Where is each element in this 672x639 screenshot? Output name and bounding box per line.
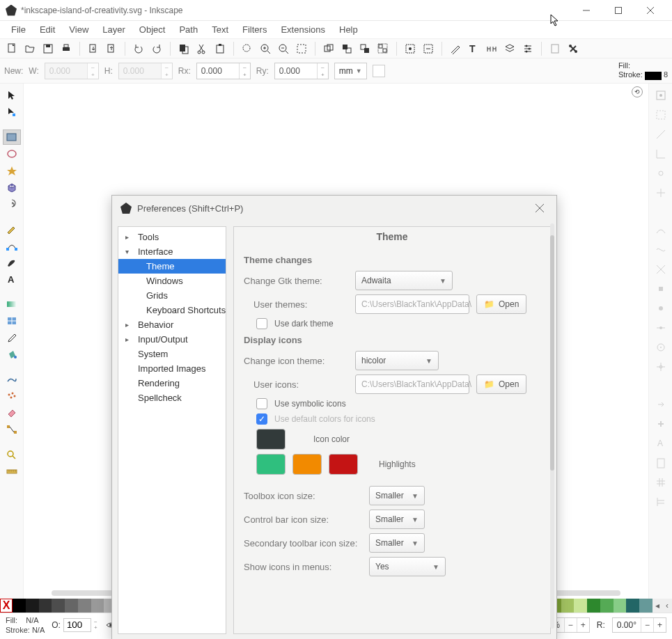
menu-layer[interactable]: Layer xyxy=(95,22,132,38)
highlight2-swatch[interactable] xyxy=(292,454,322,475)
height-field[interactable]: –+ xyxy=(118,63,173,79)
snap-linemid-icon[interactable] xyxy=(653,320,669,336)
calligraphy-tool-icon[interactable] xyxy=(3,255,21,270)
tree-system[interactable]: System xyxy=(118,347,226,361)
text-tool-icon[interactable]: A xyxy=(3,271,21,287)
tree-grids[interactable]: Grids xyxy=(118,288,226,303)
snap-grid-icon[interactable] xyxy=(653,475,669,490)
menu-object[interactable]: Object xyxy=(132,22,173,38)
snap-pageborder-icon[interactable] xyxy=(653,455,669,471)
duplicate-icon[interactable] xyxy=(321,41,336,56)
tree-rendering[interactable]: Rendering xyxy=(118,376,226,390)
gtk-theme-select[interactable]: Adwaita▼ xyxy=(355,271,453,290)
zoom-in-icon[interactable] xyxy=(258,41,273,56)
bucket-tool-icon[interactable] xyxy=(3,347,21,362)
undo-icon[interactable] xyxy=(131,41,146,56)
menu-help[interactable]: Help xyxy=(332,22,365,38)
star-tool-icon[interactable] xyxy=(3,163,21,178)
palette-swatch[interactable] xyxy=(65,599,78,613)
dialog-close-button[interactable] xyxy=(531,200,548,216)
use-dark-checkbox[interactable] xyxy=(256,318,267,329)
highlight1-swatch[interactable] xyxy=(256,454,286,475)
prefs-tree[interactable]: ▸Tools ▾Interface Theme Windows Grids Ke… xyxy=(118,226,226,634)
tree-behavior[interactable]: ▸Behavior xyxy=(118,317,226,332)
palette-swatch[interactable] xyxy=(639,599,653,613)
rotation-field[interactable]: 0.00°−+ xyxy=(612,617,666,633)
text-dialog-icon[interactable]: T xyxy=(466,41,481,56)
mesh-tool-icon[interactable] xyxy=(3,313,21,329)
open-icons-button[interactable]: 📁Open xyxy=(476,374,526,394)
panel-scrollbar[interactable] xyxy=(549,223,556,629)
unlink-icon[interactable] xyxy=(357,41,373,56)
print-icon[interactable] xyxy=(58,41,74,56)
palette-swatch[interactable] xyxy=(26,599,39,613)
icon-color-swatch[interactable] xyxy=(256,429,286,450)
pencil-tool-icon[interactable] xyxy=(3,221,21,237)
snap-page-icon[interactable] xyxy=(653,416,669,432)
palette-swatch[interactable] xyxy=(13,599,26,613)
secondary-size-select[interactable]: Smaller▼ xyxy=(369,533,425,553)
controlbar-size-select[interactable]: Smaller▼ xyxy=(369,510,425,529)
zoom-tool-icon[interactable] xyxy=(3,447,21,462)
new-doc-icon[interactable] xyxy=(4,41,19,56)
menu-extensions[interactable]: Extensions xyxy=(274,22,332,38)
snap-path-icon[interactable] xyxy=(653,242,669,258)
palette-swatch[interactable] xyxy=(600,599,614,613)
tree-windows[interactable]: Windows xyxy=(118,274,226,288)
snap-nodes-icon[interactable] xyxy=(653,223,669,238)
minimize-button[interactable] xyxy=(570,0,602,21)
snap-intersect-icon[interactable] xyxy=(653,262,669,277)
redo-icon[interactable] xyxy=(149,41,164,56)
copy-icon[interactable] xyxy=(176,41,192,56)
fill-dialog-icon[interactable] xyxy=(403,41,418,56)
snap-other-icon[interactable] xyxy=(653,397,669,412)
palette-swatch[interactable] xyxy=(39,599,52,613)
prefs-icon[interactable] xyxy=(520,41,536,56)
palette-swatch[interactable] xyxy=(626,599,639,613)
palette-scroll-left[interactable]: ◂ xyxy=(653,599,662,613)
icon-theme-select[interactable]: hicolor▼ xyxy=(355,351,439,370)
spray-tool-icon[interactable] xyxy=(3,388,21,404)
menu-text[interactable]: Text xyxy=(205,22,235,38)
tree-tools[interactable]: ▸Tools xyxy=(118,230,226,244)
open-themes-button[interactable]: 📁Open xyxy=(476,294,526,314)
palette-swatch[interactable] xyxy=(78,599,91,613)
rx-field[interactable]: –+ xyxy=(196,63,251,79)
settings-icon[interactable] xyxy=(565,41,581,56)
snap-rotcenter-icon[interactable] xyxy=(653,359,669,374)
paste-icon[interactable] xyxy=(212,41,228,56)
open-icon[interactable] xyxy=(22,41,38,56)
tree-interface[interactable]: ▾Interface xyxy=(118,244,226,259)
maximize-button[interactable] xyxy=(602,0,634,21)
snap-indicator-icon[interactable]: ⟲ xyxy=(632,86,643,97)
spiral-tool-icon[interactable] xyxy=(3,196,21,212)
cut-icon[interactable] xyxy=(194,41,210,56)
import-icon[interactable] xyxy=(86,41,101,56)
align-dialog-icon[interactable] xyxy=(421,41,436,56)
palette-swatch[interactable] xyxy=(574,599,587,613)
tree-imported[interactable]: Imported Images xyxy=(118,361,226,376)
unit-select[interactable]: mm▼ xyxy=(334,63,367,79)
menu-view[interactable]: View xyxy=(62,22,95,38)
snap-textbaseline-icon[interactable]: A xyxy=(653,436,669,451)
ellipse-tool-icon[interactable] xyxy=(3,146,21,161)
gradient-tool-icon[interactable] xyxy=(3,297,21,312)
bezier-tool-icon[interactable] xyxy=(3,238,21,253)
tree-theme[interactable]: Theme xyxy=(118,259,226,274)
snap-center-icon[interactable] xyxy=(653,185,669,200)
palette-none[interactable]: X xyxy=(0,599,13,613)
measure-tool-icon[interactable] xyxy=(3,464,21,479)
default-colors-checkbox[interactable]: ✓ xyxy=(256,413,267,425)
menu-file[interactable]: File xyxy=(4,22,33,38)
dropper-tool-icon[interactable] xyxy=(3,330,21,345)
save-icon[interactable] xyxy=(40,41,56,56)
tweak-tool-icon[interactable] xyxy=(3,372,21,387)
layers-icon[interactable] xyxy=(502,41,517,56)
user-icons-path[interactable]: C:\Users\BlackTank\AppData\ xyxy=(355,374,469,394)
user-themes-path[interactable]: C:\Users\BlackTank\AppData\ xyxy=(355,294,469,314)
snap-enable-icon[interactable] xyxy=(653,88,669,103)
highlight3-swatch[interactable] xyxy=(329,454,358,475)
snap-edge-icon[interactable] xyxy=(653,127,669,142)
export-icon[interactable] xyxy=(104,41,119,56)
tree-io[interactable]: ▸Input/Output xyxy=(118,332,226,347)
